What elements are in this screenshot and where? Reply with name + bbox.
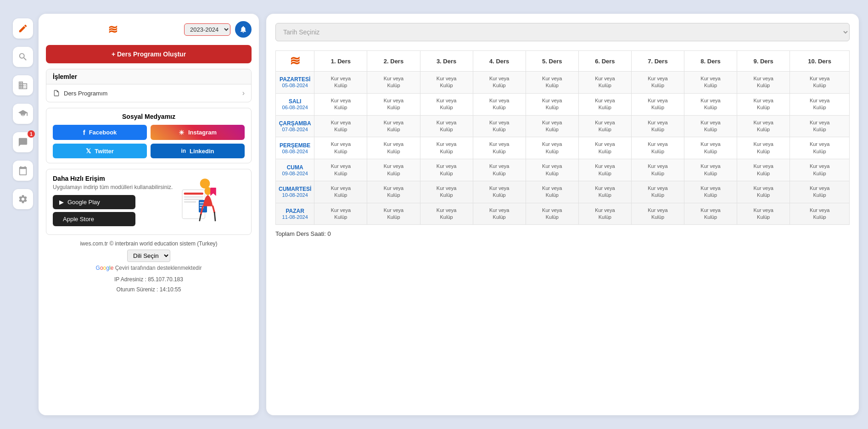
kur-cell[interactable]: Kur veyaKulüp: [473, 181, 526, 203]
kur-cell[interactable]: Kur veyaKulüp: [578, 181, 631, 203]
kur-cell[interactable]: Kur veyaKulüp: [790, 137, 850, 159]
kur-cell[interactable]: Kur veyaKulüp: [790, 72, 850, 94]
kur-cell[interactable]: Kur veyaKulüp: [526, 181, 578, 203]
kur-cell[interactable]: Kur veyaKulüp: [631, 137, 684, 159]
kur-cell[interactable]: Kur veyaKulüp: [790, 181, 850, 203]
apple-store-button[interactable]: Apple Store: [53, 212, 135, 226]
kur-cell[interactable]: Kur veyaKulüp: [684, 203, 737, 225]
kur-cell[interactable]: Kur veyaKulüp: [367, 72, 420, 94]
kur-cell[interactable]: Kur veyaKulüp: [631, 203, 684, 225]
icon-rail: 1: [9, 14, 37, 415]
instagram-button[interactable]: ☀ Instagram: [151, 125, 245, 140]
ders-programim-item[interactable]: Ders Programım ›: [46, 84, 251, 102]
year-select[interactable]: 2023-2024 2024-2025: [184, 23, 230, 36]
nav-building[interactable]: [13, 75, 33, 95]
kur-cell[interactable]: Kur veyaKulüp: [526, 115, 578, 137]
facebook-button[interactable]: f Facebook: [53, 125, 147, 140]
bell-button[interactable]: [235, 21, 252, 38]
kur-cell[interactable]: Kur veyaKulüp: [684, 93, 737, 115]
kur-cell[interactable]: Kur veyaKulüp: [420, 137, 473, 159]
kur-cell[interactable]: Kur veyaKulüp: [526, 72, 578, 94]
twitter-button[interactable]: 𝕏 Twitter: [53, 144, 147, 158]
day-cell[interactable]: CUMARTESİ10-08-2024: [276, 181, 314, 203]
kur-cell[interactable]: Kur veyaKulüp: [737, 159, 790, 181]
kur-cell[interactable]: Kur veyaKulüp: [367, 137, 420, 159]
kur-cell[interactable]: Kur veyaKulüp: [737, 72, 790, 94]
google-play-button[interactable]: ▶ Google Play: [53, 195, 135, 209]
day-cell[interactable]: PAZAR11-08-2024: [276, 203, 314, 225]
table-row: PAZAR11-08-2024Kur veyaKulüpKur veyaKulü…: [276, 203, 850, 225]
day-cell[interactable]: CUMA09-08-2024: [276, 159, 314, 181]
kur-cell[interactable]: Kur veyaKulüp: [314, 115, 367, 137]
kur-cell[interactable]: Kur veyaKulüp: [314, 203, 367, 225]
kur-cell[interactable]: Kur veyaKulüp: [684, 159, 737, 181]
kur-cell[interactable]: Kur veyaKulüp: [737, 137, 790, 159]
kur-cell[interactable]: Kur veyaKulüp: [473, 72, 526, 94]
nav-search[interactable]: [13, 47, 33, 67]
kur-cell[interactable]: Kur veyaKulüp: [737, 203, 790, 225]
sosyal-grid: f Facebook ☀ Instagram 𝕏 Twitter in Link…: [53, 125, 245, 158]
kur-cell[interactable]: Kur veyaKulüp: [526, 93, 578, 115]
kur-cell[interactable]: Kur veyaKulüp: [578, 137, 631, 159]
kur-cell[interactable]: Kur veyaKulüp: [526, 137, 578, 159]
kur-cell[interactable]: Kur veyaKulüp: [526, 159, 578, 181]
kur-cell[interactable]: Kur veyaKulüp: [367, 93, 420, 115]
kur-cell[interactable]: Kur veyaKulüp: [737, 181, 790, 203]
kur-cell[interactable]: Kur veyaKulüp: [420, 159, 473, 181]
day-cell[interactable]: ÇARŞAMBA07-08-2024: [276, 115, 314, 137]
kur-cell[interactable]: Kur veyaKulüp: [737, 115, 790, 137]
nav-settings[interactable]: [13, 189, 33, 209]
kur-cell[interactable]: Kur veyaKulüp: [420, 181, 473, 203]
kur-cell[interactable]: Kur veyaKulüp: [367, 115, 420, 137]
kur-cell[interactable]: Kur veyaKulüp: [420, 203, 473, 225]
kur-cell[interactable]: Kur veyaKulüp: [631, 115, 684, 137]
kur-cell[interactable]: Kur veyaKulüp: [578, 115, 631, 137]
kur-cell[interactable]: Kur veyaKulüp: [578, 159, 631, 181]
kur-cell[interactable]: Kur veyaKulüp: [314, 137, 367, 159]
kur-cell[interactable]: Kur veyaKulüp: [314, 72, 367, 94]
linkedin-button[interactable]: in Linkedin: [151, 144, 245, 158]
kur-cell[interactable]: Kur veyaKulüp: [631, 181, 684, 203]
nav-graduation[interactable]: [13, 104, 33, 124]
kur-cell[interactable]: Kur veyaKulüp: [790, 93, 850, 115]
kur-cell[interactable]: Kur veyaKulüp: [684, 115, 737, 137]
kur-cell[interactable]: Kur veyaKulüp: [737, 93, 790, 115]
kur-cell[interactable]: Kur veyaKulüp: [631, 93, 684, 115]
nav-chat[interactable]: 1: [13, 132, 33, 152]
kur-cell[interactable]: Kur veyaKulüp: [314, 159, 367, 181]
nav-calendar[interactable]: [13, 161, 33, 181]
day-cell[interactable]: PERŞEMBE08-08-2024: [276, 137, 314, 159]
kur-cell[interactable]: Kur veyaKulüp: [684, 181, 737, 203]
kur-cell[interactable]: Kur veyaKulüp: [473, 137, 526, 159]
kur-cell[interactable]: Kur veyaKulüp: [367, 181, 420, 203]
kur-cell[interactable]: Kur veyaKulüp: [420, 72, 473, 94]
kur-cell[interactable]: Kur veyaKulüp: [473, 203, 526, 225]
kur-cell[interactable]: Kur veyaKulüp: [526, 203, 578, 225]
day-cell[interactable]: SALI06-08-2024: [276, 93, 314, 115]
kur-cell[interactable]: Kur veyaKulüp: [684, 137, 737, 159]
language-select[interactable]: Dili Seçin: [127, 250, 170, 262]
kur-cell[interactable]: Kur veyaKulüp: [314, 93, 367, 115]
kur-cell[interactable]: Kur veyaKulüp: [631, 72, 684, 94]
create-schedule-button[interactable]: + Ders Programı Oluştur: [46, 45, 252, 63]
kur-cell[interactable]: Kur veyaKulüp: [578, 203, 631, 225]
kur-cell[interactable]: Kur veyaKulüp: [578, 72, 631, 94]
kur-cell[interactable]: Kur veyaKulüp: [790, 159, 850, 181]
kur-cell[interactable]: Kur veyaKulüp: [578, 93, 631, 115]
kur-cell[interactable]: Kur veyaKulüp: [473, 115, 526, 137]
date-select[interactable]: Tarih Seçiniz: [275, 23, 850, 41]
kur-cell[interactable]: Kur veyaKulüp: [473, 159, 526, 181]
kur-cell[interactable]: Kur veyaKulüp: [790, 203, 850, 225]
kur-cell[interactable]: Kur veyaKulüp: [420, 93, 473, 115]
kur-cell[interactable]: Kur veyaKulüp: [631, 159, 684, 181]
kur-cell[interactable]: Kur veyaKulüp: [367, 203, 420, 225]
kur-cell[interactable]: Kur veyaKulüp: [314, 181, 367, 203]
day-cell[interactable]: PAZARTESİ05-08-2024: [276, 72, 314, 94]
kur-cell[interactable]: Kur veyaKulüp: [790, 115, 850, 137]
kur-cell[interactable]: Kur veyaKulüp: [684, 72, 737, 94]
nav-logo[interactable]: [13, 18, 33, 39]
kur-cell[interactable]: Kur veyaKulüp: [473, 93, 526, 115]
kur-cell[interactable]: Kur veyaKulüp: [420, 115, 473, 137]
footer-section: iwes.com.tr © interbrain world education…: [46, 240, 252, 295]
kur-cell[interactable]: Kur veyaKulüp: [367, 159, 420, 181]
